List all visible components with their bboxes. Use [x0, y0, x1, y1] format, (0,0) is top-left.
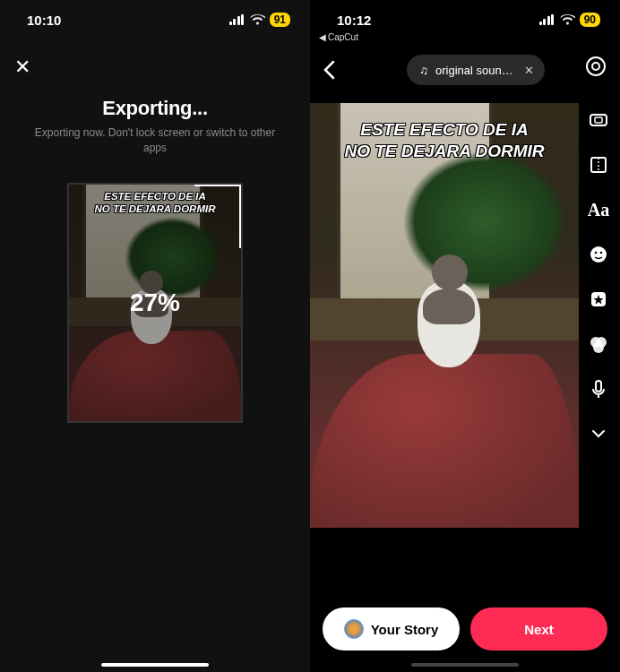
next-button[interactable]: Next [470, 607, 607, 650]
svg-point-5 [590, 246, 607, 263]
crop-tool[interactable] [586, 108, 611, 133]
effects-tool[interactable] [586, 287, 611, 312]
cellular-icon [539, 14, 555, 25]
progress-border [194, 185, 241, 186]
video-caption[interactable]: ESTE EFECTO DE IA NO TE DEJARA DORMIR [310, 119, 579, 163]
text-tool[interactable]: Aa [586, 197, 611, 222]
status-time: 10:10 [27, 13, 61, 28]
export-subtitle: Exporting now. Don't lock screen or swit… [23, 125, 287, 156]
filters-tool[interactable] [586, 332, 611, 357]
battery-level: 91 [270, 13, 290, 27]
progress-border [239, 185, 241, 248]
export-title: Exporting... [0, 97, 310, 120]
flip-tool[interactable] [586, 152, 611, 177]
status-right: 90 [539, 13, 600, 27]
editor-top-bar: ♫ original soun… ✕ [310, 50, 620, 90]
wifi-icon [250, 14, 265, 25]
close-button[interactable]: ✕ [14, 56, 30, 79]
svg-rect-2 [590, 115, 607, 125]
video-canvas[interactable]: ESTE EFECTO DE IA NO TE DEJARA DORMIR [310, 103, 579, 528]
home-indicator[interactable] [101, 663, 209, 667]
home-indicator[interactable] [411, 663, 519, 667]
export-preview: ESTE EFECTO DE IA NO TE DEJARA DORMIR 27… [67, 183, 243, 423]
more-tools-button[interactable] [586, 421, 611, 446]
svg-rect-3 [595, 117, 602, 123]
sound-selector[interactable]: ♫ original soun… ✕ [407, 55, 544, 85]
voiceover-tool[interactable] [586, 376, 611, 401]
wifi-icon [560, 14, 575, 25]
export-screen: 10:10 91 ✕ Exporting... Exporting now. D… [0, 0, 310, 672]
back-to-app[interactable]: ◀ CapCut [319, 32, 358, 42]
settings-button[interactable] [584, 55, 607, 78]
sound-label: original soun… [435, 64, 513, 77]
back-chevron-icon: ◀ [319, 32, 326, 42]
avatar-icon [344, 619, 364, 639]
export-percent: 27% [130, 289, 180, 317]
clear-sound-button[interactable]: ✕ [521, 64, 538, 77]
video-caption: ESTE EFECTO DE IA NO TE DEJARA DORMIR [69, 190, 241, 216]
svg-rect-12 [596, 381, 601, 392]
status-right: 91 [229, 13, 290, 27]
your-story-button[interactable]: Your Story [323, 607, 460, 650]
battery-level: 90 [580, 13, 600, 27]
svg-point-6 [595, 252, 598, 254]
stickers-tool[interactable] [586, 242, 611, 267]
svg-point-11 [593, 342, 604, 353]
status-bar: 10:10 91 [0, 0, 310, 39]
music-note-icon: ♫ [419, 64, 428, 77]
svg-point-0 [587, 57, 605, 75]
svg-point-7 [600, 252, 603, 254]
status-time: 10:12 [337, 13, 371, 28]
editor-toolbar: Aa [586, 108, 611, 446]
svg-point-1 [592, 63, 599, 70]
editor-screen: 10:12 90 ◀ CapCut ♫ original soun… ✕ E [310, 0, 620, 672]
back-button[interactable] [323, 60, 335, 80]
bottom-action-bar: Your Story Next [310, 607, 620, 650]
cellular-icon [229, 14, 245, 25]
